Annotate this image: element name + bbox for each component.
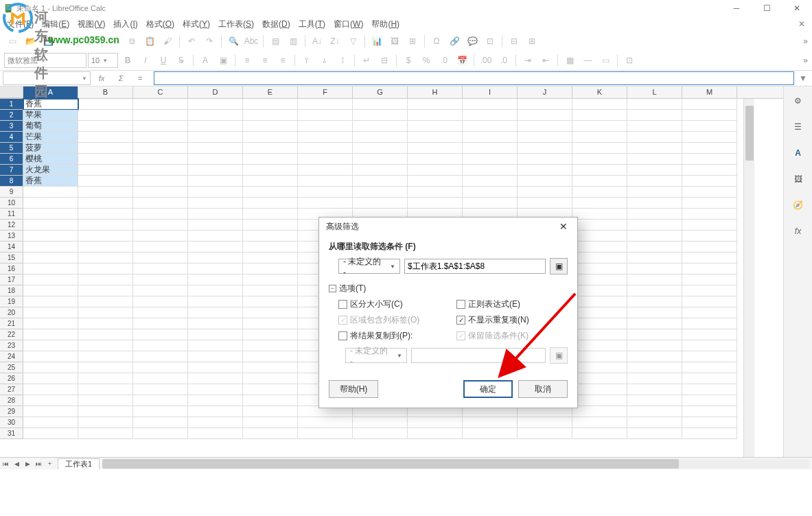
- row-header-11[interactable]: 11: [0, 209, 23, 220]
- cell[interactable]: [133, 428, 188, 439]
- cell[interactable]: [243, 406, 298, 417]
- close-button[interactable]: ✕: [782, 0, 812, 16]
- cell[interactable]: [23, 406, 78, 417]
- toolbar-more-button[interactable]: »: [803, 36, 808, 46]
- sum-button[interactable]: Σ: [113, 71, 129, 85]
- cell[interactable]: [518, 143, 572, 154]
- percent-button[interactable]: %: [418, 52, 434, 69]
- cell[interactable]: [627, 198, 682, 209]
- col-header-M[interactable]: M: [682, 86, 737, 98]
- menu-help[interactable]: 帮助(H): [367, 16, 404, 32]
- cell[interactable]: [682, 165, 737, 176]
- cell[interactable]: [572, 187, 627, 198]
- cell[interactable]: [298, 187, 353, 198]
- cell[interactable]: [133, 373, 188, 384]
- filter-button[interactable]: ▽: [345, 33, 361, 49]
- cell[interactable]: [463, 132, 518, 143]
- cell[interactable]: [188, 220, 243, 231]
- cell[interactable]: [243, 187, 298, 198]
- format-toolbar-more-button[interactable]: »: [803, 56, 808, 65]
- cell[interactable]: [78, 132, 133, 143]
- cell[interactable]: [78, 242, 133, 253]
- menu-insert[interactable]: 插入(I): [109, 16, 141, 32]
- row-header-23[interactable]: 23: [0, 340, 23, 351]
- sidebar-functions-icon[interactable]: fx: [788, 221, 809, 242]
- cell[interactable]: 樱桃: [23, 154, 78, 165]
- cell[interactable]: [243, 165, 298, 176]
- font-color-button[interactable]: A: [197, 52, 213, 69]
- cell[interactable]: [298, 121, 353, 132]
- cell[interactable]: [23, 296, 78, 307]
- cell[interactable]: [188, 351, 243, 362]
- cell[interactable]: [353, 110, 408, 121]
- sidebar-styles-icon[interactable]: A: [788, 143, 809, 163]
- tab-add-button[interactable]: ＋: [44, 458, 55, 469]
- open-button[interactable]: 📂: [22, 33, 38, 49]
- cell[interactable]: [133, 231, 188, 242]
- select-all-corner[interactable]: [0, 86, 23, 98]
- cell[interactable]: [78, 154, 133, 165]
- cell[interactable]: [408, 132, 463, 143]
- cell[interactable]: [188, 121, 243, 132]
- cell[interactable]: [682, 384, 737, 395]
- cell[interactable]: [78, 340, 133, 351]
- cell[interactable]: [23, 329, 78, 340]
- cell[interactable]: [78, 198, 133, 209]
- cell[interactable]: [23, 307, 78, 318]
- cell[interactable]: [78, 165, 133, 176]
- cell[interactable]: [188, 154, 243, 165]
- cell[interactable]: [627, 340, 682, 351]
- cell[interactable]: [682, 417, 737, 428]
- spell-button[interactable]: Abc: [243, 33, 259, 49]
- cell[interactable]: [243, 176, 298, 187]
- tab-next-button[interactable]: ▶: [22, 458, 33, 469]
- align-bottom-button[interactable]: ⫱: [334, 52, 351, 69]
- cell[interactable]: [408, 176, 463, 187]
- align-middle-button[interactable]: ⫰: [316, 52, 333, 69]
- cell[interactable]: [78, 263, 133, 274]
- row-header-8[interactable]: 8: [0, 176, 23, 187]
- cell[interactable]: [572, 417, 627, 428]
- cell[interactable]: [133, 263, 188, 274]
- cell[interactable]: [572, 351, 627, 362]
- cell[interactable]: [627, 417, 682, 428]
- cell[interactable]: [682, 340, 737, 351]
- cell[interactable]: [188, 417, 243, 428]
- cell[interactable]: [463, 110, 518, 121]
- cell[interactable]: [682, 362, 737, 373]
- cell[interactable]: [572, 307, 627, 318]
- inc-decimal-button[interactable]: .00: [478, 52, 494, 69]
- cell[interactable]: [78, 329, 133, 340]
- cell[interactable]: [353, 176, 408, 187]
- menu-edit[interactable]: 编辑(E): [38, 16, 73, 32]
- cell[interactable]: [133, 154, 188, 165]
- cell[interactable]: [23, 242, 78, 253]
- cell[interactable]: 火龙果: [23, 165, 78, 176]
- cell[interactable]: [133, 253, 188, 263]
- row-header-5[interactable]: 5: [0, 143, 23, 154]
- cell[interactable]: [133, 307, 188, 318]
- col-header-L[interactable]: L: [627, 86, 682, 98]
- cell[interactable]: [572, 231, 627, 242]
- cell[interactable]: [353, 143, 408, 154]
- cell[interactable]: [682, 176, 737, 187]
- cell[interactable]: [682, 285, 737, 296]
- regex-checkbox[interactable]: 正则表达式(E): [456, 298, 568, 310]
- conditional-button[interactable]: ⊡: [621, 52, 638, 69]
- row-button[interactable]: ▤: [267, 33, 283, 49]
- cell[interactable]: [298, 417, 353, 428]
- cell[interactable]: [188, 242, 243, 253]
- row-header-21[interactable]: 21: [0, 318, 23, 329]
- cell[interactable]: [572, 198, 627, 209]
- cell[interactable]: [408, 417, 463, 428]
- special-char-button[interactable]: Ω: [428, 33, 445, 49]
- cell[interactable]: [627, 373, 682, 384]
- cell[interactable]: [627, 362, 682, 373]
- cell[interactable]: [353, 165, 408, 176]
- cell[interactable]: [23, 285, 78, 296]
- cell[interactable]: [188, 253, 243, 263]
- cell[interactable]: [243, 242, 298, 253]
- cell[interactable]: [188, 384, 243, 395]
- cell[interactable]: [133, 340, 188, 351]
- row-header-31[interactable]: 31: [0, 428, 23, 439]
